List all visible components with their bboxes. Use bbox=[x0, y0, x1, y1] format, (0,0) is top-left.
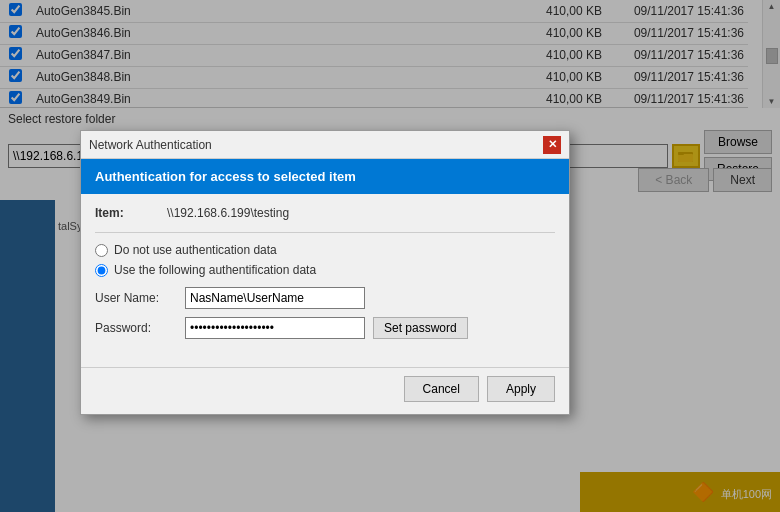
radio-use-auth-row[interactable]: Use the following authentification data bbox=[95, 263, 555, 277]
modal-close-button[interactable]: ✕ bbox=[543, 136, 561, 154]
set-password-button[interactable]: Set password bbox=[373, 317, 468, 339]
modal-header-blue: Authentication for access to selected it… bbox=[81, 159, 569, 194]
modal-title: Network Authentication bbox=[89, 138, 212, 152]
radio-no-auth-row[interactable]: Do not use authentication data bbox=[95, 243, 555, 257]
apply-button[interactable]: Apply bbox=[487, 376, 555, 402]
username-row: User Name: bbox=[95, 287, 555, 309]
item-label: Item: bbox=[95, 206, 155, 220]
password-row: Password: Set password bbox=[95, 317, 555, 339]
radio-no-auth-label: Do not use authentication data bbox=[114, 243, 277, 257]
network-auth-modal: Network Authentication ✕ Authentication … bbox=[80, 130, 570, 415]
password-input[interactable] bbox=[185, 317, 365, 339]
password-label: Password: bbox=[95, 321, 185, 335]
radio-no-auth[interactable] bbox=[95, 244, 108, 257]
modal-titlebar: Network Authentication ✕ bbox=[81, 131, 569, 159]
radio-use-auth-label: Use the following authentification data bbox=[114, 263, 316, 277]
modal-footer: Cancel Apply bbox=[81, 367, 569, 414]
username-label: User Name: bbox=[95, 291, 185, 305]
item-value: \\192.168.6.199\testing bbox=[167, 206, 289, 220]
radio-use-auth[interactable] bbox=[95, 264, 108, 277]
modal-header-text: Authentication for access to selected it… bbox=[95, 169, 356, 184]
modal-body: Item: \\192.168.6.199\testing Do not use… bbox=[81, 194, 569, 359]
radio-group: Do not use authentication data Use the f… bbox=[95, 243, 555, 277]
item-row: Item: \\192.168.6.199\testing bbox=[95, 206, 555, 220]
username-input[interactable] bbox=[185, 287, 365, 309]
cancel-button[interactable]: Cancel bbox=[404, 376, 479, 402]
